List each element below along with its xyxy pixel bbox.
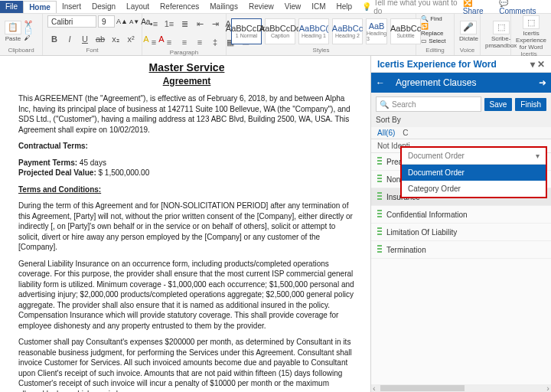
sort-by-label: Sort By (376, 116, 401, 124)
tab-file[interactable]: File (0, 1, 23, 13)
tab-insert[interactable]: Insert (57, 1, 86, 13)
clause-tab-c[interactable]: C (403, 129, 408, 137)
align-right-button[interactable]: ≡ (178, 35, 191, 49)
pane-menu-icon[interactable]: ▾ ✕ (530, 59, 545, 70)
font-name-select[interactable]: Calibri (47, 15, 96, 28)
superscript-button[interactable]: x² (124, 32, 138, 46)
paste-button[interactable]: 📋Paste (5, 21, 21, 42)
format-painter-button[interactable]: ✂️📄🖌 (24, 21, 32, 41)
line-spacing-button[interactable]: ‡ (208, 35, 222, 49)
find-button[interactable]: 🔍 Find (421, 15, 442, 22)
clause-tab-all[interactable]: All(6) (377, 129, 395, 137)
sort-selected[interactable]: Document Order▾ (402, 148, 546, 165)
tab-layout[interactable]: Layout (121, 1, 155, 13)
select-button[interactable]: ▭ Select (421, 38, 445, 44)
comments-button[interactable]: 💬 Comments (499, 0, 545, 15)
clause-item[interactable]: Termination (371, 241, 551, 259)
projected-deal-value: $ 1,500,000.00 (96, 168, 150, 177)
group-voice: Voice (459, 47, 475, 54)
drag-grip-icon[interactable] (377, 210, 382, 219)
tab-view[interactable]: View (279, 1, 307, 13)
group-clipboard: Clipboard (5, 47, 37, 54)
pane-title: Icertis Experience for Word ▾ ✕ (371, 56, 551, 73)
forward-icon[interactable]: ➜ (539, 77, 546, 88)
contractual-terms-heading: Contractual Terms: (18, 141, 355, 152)
clause-item[interactable]: Limitation Of Liability (371, 224, 551, 241)
indent-inc-button[interactable]: ⇥ (208, 17, 222, 31)
group-styles: Styles (231, 47, 411, 54)
projected-deal-label: Projected Deal Value: (18, 168, 96, 177)
justify-button[interactable]: ≡ (193, 35, 207, 49)
search-icon: 🔍 (380, 100, 389, 109)
tab-home[interactable]: Home (23, 1, 57, 13)
grow-font-icon[interactable]: A▲ (116, 18, 128, 25)
doc-p1: During the term of this Agreement and fo… (18, 201, 355, 253)
font-size-select[interactable]: 9 (98, 15, 115, 28)
tab-review[interactable]: Review (243, 1, 279, 13)
underline-button[interactable]: U (78, 32, 92, 46)
bullets-button[interactable]: •≡ (147, 17, 161, 31)
multilevel-button[interactable]: ≣ (178, 17, 191, 31)
numbering-button[interactable]: 1≡ (162, 17, 176, 31)
replace-button[interactable]: 🔁 Replace (421, 23, 449, 37)
save-button[interactable]: Save (484, 98, 513, 111)
tab-help[interactable]: Help (331, 1, 358, 13)
lightbulb-icon: 💡 (362, 2, 371, 11)
share-button[interactable]: 🔀 Share (463, 0, 493, 15)
doc-title-1: Master Service (18, 60, 355, 75)
icertis-task-pane: Icertis Experience for Word ▾ ✕ ← Agreem… (370, 56, 551, 392)
clause-search-input[interactable]: 🔍 Search (376, 96, 481, 112)
style-caption[interactable]: AaBbCcDdCaption (265, 18, 295, 44)
group-font: Font (47, 47, 137, 54)
back-icon[interactable]: ← (376, 77, 385, 88)
ribbon: 📋Paste ✂️📄🖌 Clipboard Calibri 9 A▲ A▼ Aa… (0, 14, 551, 56)
payment-terms-label: Payment Terms: (18, 158, 77, 167)
drag-grip-icon[interactable] (377, 227, 382, 237)
italic-button[interactable]: I (63, 32, 77, 46)
tab-icm[interactable]: ICM (306, 1, 331, 13)
style-1-normal[interactable]: AaBbCcDd1 Normal (231, 18, 262, 44)
tab-mailings[interactable]: Mailings (204, 1, 243, 13)
group-editing: Editing (421, 47, 449, 54)
payment-terms-value: 45 days (77, 158, 106, 167)
drag-grip-icon[interactable] (377, 175, 382, 184)
strike-button[interactable]: ab (93, 32, 107, 46)
style-heading-2[interactable]: AaBbCcHeading 2 (332, 18, 363, 44)
tell-me-search[interactable]: 💡 Tell me what you want to do (362, 0, 463, 15)
icertis-addin-button[interactable]: ⬚Icertis Experience for Word (516, 15, 546, 51)
document-canvas[interactable]: Master Service Agreement This AGREEMENT … (0, 56, 370, 392)
drag-grip-icon[interactable] (377, 192, 382, 201)
group-paragraph: Paragraph (147, 49, 221, 56)
drag-grip-icon[interactable] (377, 245, 382, 254)
pane-hscrollbar[interactable]: ‹› (371, 384, 551, 392)
subscript-button[interactable]: x₂ (109, 32, 122, 46)
chevron-down-icon: ▾ (536, 152, 540, 160)
menu-bar: File Home Insert Design Layout Reference… (0, 0, 551, 14)
indent-dec-button[interactable]: ⇤ (193, 17, 207, 31)
finish-button[interactable]: Finish (515, 98, 546, 111)
sort-option-category-order[interactable]: Category Order (402, 181, 546, 197)
bold-button[interactable]: B (47, 32, 61, 46)
style-heading-3[interactable]: AaBHeading 3 (366, 18, 387, 44)
doc-intro: This AGREEMENT (the "Agreement"), is eff… (18, 93, 355, 135)
clause-item[interactable]: Confidential Information (371, 206, 551, 224)
sort-dropdown: Document Order▾ Document Order Category … (400, 146, 547, 198)
terms-conditions-heading: Terms and Conditions: (18, 185, 355, 195)
align-center-button[interactable]: ≡ (162, 35, 176, 49)
sort-option-document-order[interactable]: Document Order (402, 165, 546, 181)
dictate-button[interactable]: 🎤Dictate (459, 21, 478, 42)
doc-p2: General Liability Insurance on an occurr… (18, 259, 355, 332)
doc-title-2: Agreement (18, 75, 355, 87)
doc-p3: Customer shall pay Consultant's expenses… (18, 337, 355, 392)
tab-references[interactable]: References (155, 1, 204, 13)
pane-header: ← Agreement Clauses ➜ (371, 73, 551, 93)
drag-grip-icon[interactable] (377, 157, 382, 166)
tab-design[interactable]: Design (86, 1, 121, 13)
align-left-button[interactable]: ≡ (147, 35, 161, 49)
shrink-font-icon[interactable]: A▼ (129, 18, 139, 25)
style-heading-1[interactable]: AaBbC(Heading 1 (298, 18, 329, 44)
